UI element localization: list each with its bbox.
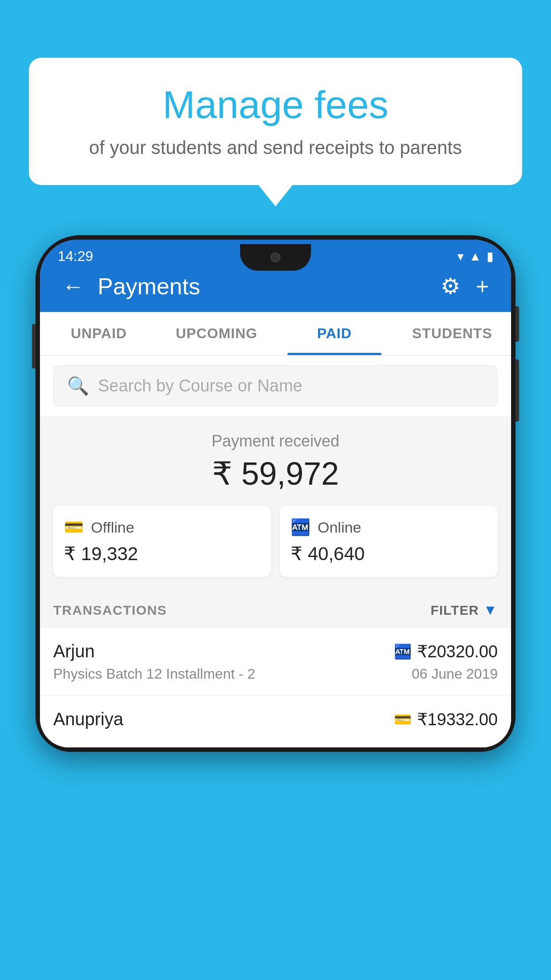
search-container: 🔍 Search by Course or Name (40, 356, 511, 416)
filter-label: FILTER (431, 603, 479, 618)
online-type: Online (318, 519, 361, 536)
speech-bubble-container: Manage fees of your students and send re… (29, 58, 522, 185)
online-amount: ₹ 40,640 (291, 543, 365, 565)
transaction-course: Physics Batch 12 Installment - 2 (53, 666, 255, 682)
offline-header: 💳 Offline (64, 518, 134, 537)
page-title: Payments (98, 273, 200, 300)
tab-unpaid[interactable]: UNPAID (40, 312, 158, 355)
transaction-row-bottom: Physics Batch 12 Installment - 2 06 June… (53, 666, 498, 682)
signal-icon: ▲ (469, 249, 481, 264)
online-payment-icon: 🏧 (394, 643, 412, 660)
payment-summary: Payment received ₹ 59,972 💳 Offline ₹ 19… (40, 416, 511, 589)
offline-payment-icon: 💳 (394, 711, 412, 728)
phone-container: 14:29 ▾ ▲ ▮ ← Payments ⚙ + (35, 235, 516, 980)
search-bar[interactable]: 🔍 Search by Course or Name (53, 365, 498, 407)
phone-side-button-left (32, 324, 35, 368)
header-left: ← Payments (62, 273, 200, 300)
add-icon[interactable]: + (476, 273, 489, 299)
wifi-icon: ▾ (457, 249, 464, 264)
transaction-amount: ₹20320.00 (417, 642, 498, 661)
battery-icon: ▮ (487, 249, 493, 264)
filter-icon: ▼ (483, 602, 498, 618)
phone-notch (240, 244, 311, 271)
bubble-title: Manage fees (55, 82, 496, 127)
transaction-name: Arjun (53, 641, 94, 661)
transaction-date: 06 June 2019 (412, 666, 498, 682)
payment-received-label: Payment received (53, 432, 498, 450)
offline-amount: ₹ 19,332 (64, 543, 138, 565)
header-actions: ⚙ + (441, 273, 489, 299)
back-button[interactable]: ← (62, 275, 84, 297)
phone-camera (271, 253, 280, 262)
transaction-amount: ₹19332.00 (417, 710, 498, 729)
online-card: 🏧 Online ₹ 40,640 (280, 506, 498, 577)
offline-card: 💳 Offline ₹ 19,332 (53, 506, 271, 577)
settings-icon[interactable]: ⚙ (441, 273, 460, 299)
table-row[interactable]: Arjun 🏧 ₹20320.00 Physics Batch 12 Insta… (40, 628, 511, 696)
bubble-subtitle: of your students and send receipts to pa… (55, 137, 496, 158)
tab-upcoming[interactable]: UPCOMING (158, 312, 276, 355)
transaction-name: Anupriya (53, 709, 123, 729)
transaction-amount-container: 💳 ₹19332.00 (394, 710, 498, 729)
transactions-label: TRANSACTIONS (53, 603, 167, 618)
tab-students[interactable]: STUDENTS (394, 312, 512, 355)
phone-frame: 14:29 ▾ ▲ ▮ ← Payments ⚙ + (35, 235, 516, 752)
phone-screen: ← Payments ⚙ + UNPAID UPCOMING PAID STUD… (40, 240, 511, 747)
offline-type: Offline (91, 519, 134, 536)
transaction-row-top: Anupriya 💳 ₹19332.00 (53, 709, 498, 729)
payment-total: ₹ 59,972 (53, 455, 498, 492)
tabs: UNPAID UPCOMING PAID STUDENTS (40, 312, 511, 356)
online-icon: 🏧 (291, 518, 311, 537)
transaction-row-top: Arjun 🏧 ₹20320.00 (53, 641, 498, 661)
phone-side-button-right-top (516, 306, 519, 342)
payment-breakdown: 💳 Offline ₹ 19,332 🏧 Online ₹ 40,640 (53, 506, 498, 577)
table-row[interactable]: Anupriya 💳 ₹19332.00 (40, 696, 511, 747)
phone-status-bar: 14:29 ▾ ▲ ▮ (35, 240, 516, 273)
status-time: 14:29 (58, 248, 93, 265)
offline-icon: 💳 (64, 518, 84, 537)
filter-button[interactable]: FILTER ▼ (431, 602, 498, 618)
online-header: 🏧 Online (291, 518, 361, 537)
transaction-amount-container: 🏧 ₹20320.00 (394, 642, 498, 661)
search-input[interactable]: Search by Course or Name (98, 376, 302, 395)
phone-side-button-right-bottom (516, 360, 519, 422)
tab-paid[interactable]: PAID (276, 312, 394, 355)
transactions-header: TRANSACTIONS FILTER ▼ (40, 589, 511, 628)
search-icon: 🔍 (67, 375, 89, 396)
speech-bubble: Manage fees of your students and send re… (29, 58, 522, 185)
status-icons: ▾ ▲ ▮ (457, 249, 493, 264)
